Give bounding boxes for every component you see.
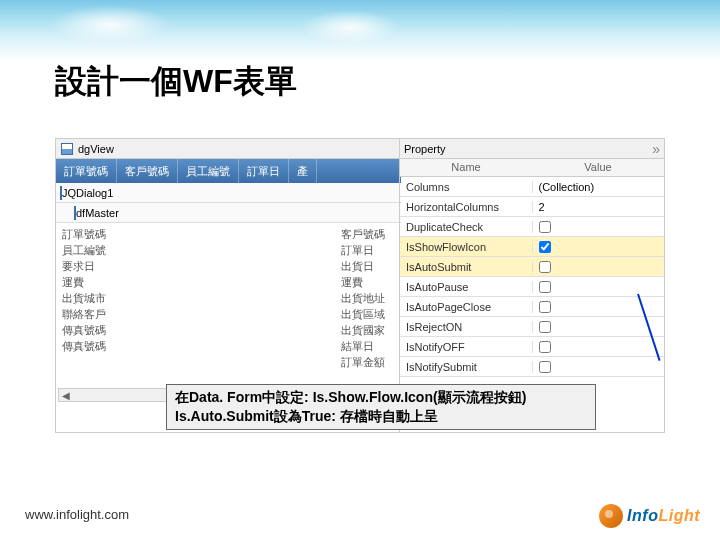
grid-col[interactable]: 產 [289, 159, 317, 183]
prop-header-value: Value [532, 159, 664, 176]
property-value[interactable] [533, 181, 665, 193]
property-value[interactable] [533, 321, 665, 333]
property-value[interactable] [533, 341, 665, 353]
field-label: 聯絡客戶 [62, 306, 106, 322]
form-fields: 訂單號碼 員工編號 要求日 運費 出貨城市 聯絡客戶 傳真號碼 傳真號碼 客戶號… [56, 223, 401, 373]
field-label: 結單日 [341, 338, 385, 354]
property-title: Property [404, 143, 446, 155]
property-value[interactable] [533, 221, 665, 233]
field-label: 出貨地址 [341, 290, 385, 306]
field-label: 訂單金額 [341, 354, 385, 370]
property-name: Columns [400, 181, 533, 193]
property-checkbox[interactable] [539, 361, 551, 373]
property-row[interactable]: Columns [400, 177, 664, 197]
property-name: IsAutoSubmit [400, 261, 533, 273]
property-row[interactable]: IsAutoPause [400, 277, 664, 297]
property-checkbox[interactable] [539, 341, 551, 353]
field-label: 員工編號 [62, 242, 106, 258]
property-grid-header: Name Value [400, 159, 664, 177]
form-col-right: 客戶號碼 訂單日 出貨日 運費 出貨地址 出貨區域 出貨國家 結單日 訂單金額 [341, 226, 395, 370]
field-label: 客戶號碼 [341, 226, 385, 242]
callout-line2: Is.Auto.Submit設為True: 存檔時自動上呈 [175, 407, 587, 426]
cloud-decoration [300, 10, 400, 45]
property-rows: ColumnsHorizontalColumnsDuplicateCheckIs… [400, 177, 664, 377]
field-label: 出貨城市 [62, 290, 106, 306]
property-row[interactable]: IsAutoPageClose [400, 297, 664, 317]
property-name: DuplicateCheck [400, 221, 533, 233]
logo-text-info: Info [627, 507, 658, 524]
property-value[interactable] [533, 361, 665, 373]
property-value[interactable] [533, 201, 665, 213]
property-value[interactable] [533, 241, 665, 253]
field-label: 傳真號碼 [62, 322, 106, 338]
property-checkbox[interactable] [539, 241, 551, 253]
field-label: 運費 [62, 274, 106, 290]
field-label: 出貨區域 [341, 306, 385, 322]
logo-text-light: Light [658, 507, 700, 524]
footer-url: www.infolight.com [25, 507, 129, 522]
footer-logo: InfoLight [599, 504, 700, 528]
property-checkbox[interactable] [539, 321, 551, 333]
annotation-callout: 在Data. Form中設定: Is.Show.Flow.Icon(顯示流程按鈕… [166, 384, 596, 430]
property-name: IsRejectON [400, 321, 533, 333]
property-row[interactable]: IsShowFlowIcon [400, 237, 664, 257]
property-row[interactable]: DuplicateCheck [400, 217, 664, 237]
property-row[interactable]: IsRejectON [400, 317, 664, 337]
field-label: 運費 [341, 274, 385, 290]
property-name: IsAutoPause [400, 281, 533, 293]
dfmaster-header[interactable]: dfMaster [56, 203, 401, 223]
property-name: HorizontalColumns [400, 201, 533, 213]
grid-col[interactable]: 客戶號碼 [117, 159, 178, 183]
form-col-left: 訂單號碼 員工編號 要求日 運費 出貨城市 聯絡客戶 傳真號碼 傳真號碼 [62, 226, 106, 370]
property-checkbox[interactable] [539, 301, 551, 313]
dfmaster-label: dfMaster [76, 207, 119, 219]
property-panel-header: Property » [400, 139, 664, 159]
property-row[interactable]: IsNotifyOFF [400, 337, 664, 357]
property-row[interactable]: HorizontalColumns [400, 197, 664, 217]
property-name: IsAutoPageClose [400, 301, 533, 313]
property-value[interactable] [533, 281, 665, 293]
jqdialog-label: JQDialog1 [62, 187, 113, 199]
property-checkbox[interactable] [539, 261, 551, 273]
prop-header-name: Name [400, 159, 532, 176]
property-name: IsShowFlowIcon [400, 241, 533, 253]
property-checkbox[interactable] [539, 281, 551, 293]
property-name: IsNotifySubmit [400, 361, 533, 373]
field-label: 要求日 [62, 258, 106, 274]
field-label: 訂單號碼 [62, 226, 106, 242]
property-checkbox[interactable] [539, 221, 551, 233]
property-row[interactable]: IsAutoSubmit [400, 257, 664, 277]
logo-icon [599, 504, 623, 528]
callout-line1: 在Data. Form中設定: Is.Show.Flow.Icon(顯示流程按鈕… [175, 388, 587, 407]
slide-title: 設計一個WF表單 [55, 60, 297, 104]
property-text-input[interactable] [539, 201, 659, 213]
logo-text: InfoLight [627, 507, 700, 525]
field-label: 出貨國家 [341, 322, 385, 338]
field-label: 訂單日 [341, 242, 385, 258]
field-label: 出貨日 [341, 258, 385, 274]
property-row[interactable]: IsNotifySubmit [400, 357, 664, 377]
jqdialog-header[interactable]: JQDialog1 [56, 183, 401, 203]
dgview-label: dgView [78, 143, 114, 155]
field-label: 傳真號碼 [62, 338, 106, 354]
grid-icon [60, 142, 74, 156]
collapse-icon[interactable]: » [652, 141, 660, 157]
property-text-input[interactable] [539, 181, 659, 193]
scroll-left-icon[interactable]: ◀ [59, 390, 73, 401]
grid-col[interactable]: 員工編號 [178, 159, 239, 183]
grid-col[interactable]: 訂單號碼 [56, 159, 117, 183]
grid-col[interactable]: 訂單日 [239, 159, 289, 183]
property-value[interactable] [533, 261, 665, 273]
cloud-decoration [50, 5, 170, 45]
designer-area: dgView 訂單號碼 客戶號碼 員工編號 訂單日 產 JQDialog1 df… [55, 138, 665, 433]
dgview-header[interactable]: dgView [56, 139, 401, 159]
grid-columns-header: 訂單號碼 客戶號碼 員工編號 訂單日 產 [56, 159, 401, 183]
property-name: IsNotifyOFF [400, 341, 533, 353]
